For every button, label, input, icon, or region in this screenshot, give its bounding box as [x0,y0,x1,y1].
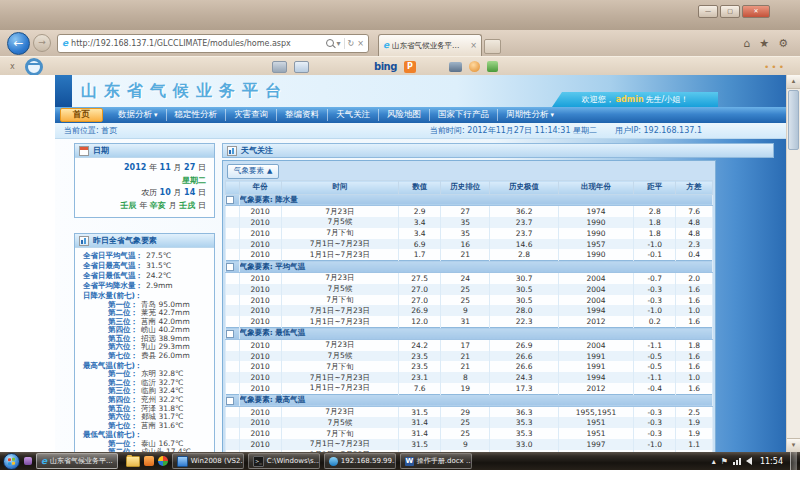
explorer-folder-icon[interactable] [126,456,140,467]
stop-icon[interactable]: × [357,39,364,48]
taskbar-window-button[interactable]: W操作手册.docx ... [400,453,472,469]
table-row[interactable]: 20107月23日2.92736.219742.87.6 [226,206,713,217]
pinned-app-icon[interactable] [24,457,32,465]
table-row[interactable]: 20101月1日~7月23日1.7212.81990-0.10.4 [226,249,713,260]
taskbar-window-button[interactable]: Win2008 (VS2... [172,453,244,469]
table-cell: 7月1日~7月23日 [281,439,399,450]
pinned-orange-app-icon[interactable] [144,456,154,466]
scroll-up-arrow[interactable]: ▴ [787,75,800,89]
taskbar-clock[interactable]: 11:54 [760,457,783,466]
table-row[interactable]: 20107月5候27.02530.52004-0.31.6 [226,284,713,295]
ime-badge-icon[interactable]: P [404,61,416,73]
tray-expand-icon[interactable]: ▴ [712,457,716,466]
table-row[interactable]: 20107月下旬27.02530.52004-0.31.6 [226,295,713,306]
tab-title[interactable]: 山东省气候业务平... [392,41,467,51]
checkbox-icon[interactable] [226,330,234,338]
table-row[interactable]: 20107月5候31.42535.31951-0.31.9 [226,417,713,428]
nav-item[interactable]: 天气关注 [327,109,378,121]
table-row[interactable]: 20107月1日~7月23日6.91614.61957-1.02.3 [226,239,713,250]
column-header[interactable]: 方差 [676,181,713,195]
page-scrollbar[interactable]: ▴ ▾ [786,75,800,452]
refresh-icon[interactable]: ↻ [348,39,355,48]
start-button[interactable] [3,453,20,470]
group-row[interactable]: 气象要素: 降水量 [226,194,713,206]
mail-icon[interactable] [294,61,309,73]
search-icon[interactable] [326,39,334,47]
toolbar-close-icon[interactable]: x [10,62,15,71]
table-row[interactable]: 20107月5候3.43523.719901.84.8 [226,217,713,228]
group-checkbox-cell[interactable] [226,328,240,340]
browser-app-icon[interactable] [158,456,168,466]
table-cell: 23.1 [399,372,441,383]
addon-puzzle-icon[interactable] [487,61,498,72]
scroll-down-arrow[interactable]: ▾ [787,438,800,452]
table-row[interactable]: 20101月1日~7月23日7.61917.32012-0.41.6 [226,383,713,394]
home-icon[interactable]: ⌂ [743,37,750,50]
url-text[interactable]: http://192.168.137.1/GLCCLIMATE/modules/… [71,39,322,48]
table-row[interactable]: 20107月下旬23.52126.61991-0.51.6 [226,361,713,372]
table-row[interactable]: 20107月1日~7月23日26.9928.01994-1.01.0 [226,305,713,316]
table-row[interactable]: 20101月1日~7月23日12.03122.320120.21.6 [226,316,713,327]
taskbar-window-button[interactable]: >_C:\Windows\s... [248,453,320,469]
camera-icon[interactable] [449,62,462,72]
nav-item[interactable]: 首页 [60,108,103,122]
nav-item[interactable]: 数据分析▾ [110,109,166,121]
nav-item[interactable]: 灾害查询 [225,109,276,121]
forward-button[interactable]: → [33,34,51,52]
checkbox-icon[interactable] [226,196,234,204]
column-header[interactable]: 时间 [281,181,399,195]
table-row[interactable]: 20107月1日~7月23日31.5933.01997-1.01.1 [226,439,713,450]
nav-item[interactable]: 整编资料 [276,109,327,121]
favorites-star-icon[interactable]: ★ [759,37,769,50]
taskbar-active-window[interactable]: e 山东省气候业务平... [36,453,118,469]
browser-tab[interactable]: e 山东省气候业务平... × [378,34,482,56]
chevron-down-icon[interactable]: ▾ [337,39,341,48]
back-button[interactable]: ← [7,32,30,55]
volume-icon[interactable] [746,457,752,465]
column-header[interactable]: 年份 [239,181,281,195]
table-row[interactable]: 20107月下旬3.43523.719901.84.8 [226,228,713,239]
new-tab-button[interactable] [484,39,501,54]
column-header[interactable]: 出现年份 [558,181,634,195]
column-header[interactable]: 距平 [634,181,676,195]
address-bar[interactable]: e http://192.168.137.1/GLCCLIMATE/module… [57,34,369,53]
accessibility-icon[interactable] [25,58,43,76]
maximize-button[interactable]: ▢ [720,5,740,18]
table-row[interactable]: 20107月23日27.52430.72004-0.72.0 [226,273,713,284]
table-cell: 26.9 [490,339,558,350]
table-row[interactable]: 20107月23日31.52936.31955,1951-0.32.5 [226,406,713,417]
group-checkbox-cell[interactable] [226,261,240,273]
column-header[interactable]: 历史排位 [441,181,490,195]
show-desktop-button[interactable] [790,452,797,470]
nav-item[interactable]: 风险地图 [378,109,429,121]
close-button[interactable]: ✕ [742,5,770,18]
tab-close-icon[interactable]: × [470,41,477,50]
group-checkbox-cell[interactable] [226,194,240,206]
more-options-icon[interactable]: ••• [764,62,786,72]
cards-icon[interactable] [272,61,287,73]
minimize-button[interactable]: — [698,5,718,18]
taskbar-window-button[interactable]: 192.168.59.99... [324,453,396,469]
group-row[interactable]: 气象要素: 平均气温 [226,261,713,273]
nav-item[interactable]: 周期性分析▾ [497,109,562,121]
nav-item[interactable]: 稳定性分析 [166,109,226,121]
column-header[interactable]: 数值 [399,181,441,195]
scrollbar-thumb[interactable] [788,90,799,150]
element-filter-button[interactable]: 气象要素 ▲ [227,164,279,179]
nav-item[interactable]: 国家下行产品 [429,109,497,121]
network-icon[interactable] [733,458,741,465]
table-row[interactable]: 20107月下旬31.42535.31951-0.31.9 [226,428,713,439]
action-center-flag-icon[interactable]: ⚑ [721,457,728,466]
table-row[interactable]: 20107月23日24.21726.92004-1.11.8 [226,339,713,350]
checkbox-icon[interactable] [226,397,234,405]
group-row[interactable]: 气象要素: 最低气温 [226,328,713,340]
person-icon[interactable] [469,61,480,72]
bing-logo[interactable]: bing [374,61,397,72]
tools-gear-icon[interactable]: ⚙ [778,37,788,50]
checkbox-icon[interactable] [226,263,234,271]
table-row[interactable]: 20107月1日~7月23日23.1824.31994-1.11.0 [226,372,713,383]
group-row[interactable]: 气象要素: 最高气温 [226,394,713,406]
group-checkbox-cell[interactable] [226,394,240,406]
column-header[interactable]: 历史极值 [490,181,558,195]
table-row[interactable]: 20107月5候23.52126.61991-0.51.6 [226,351,713,362]
